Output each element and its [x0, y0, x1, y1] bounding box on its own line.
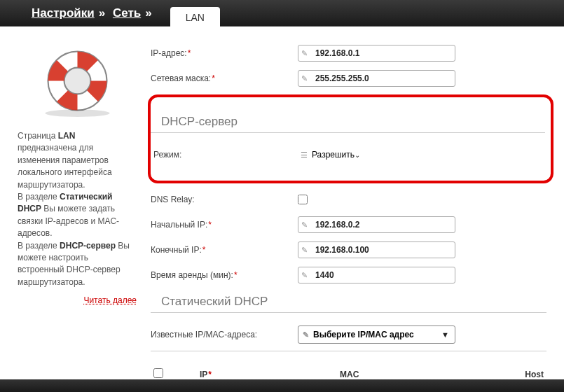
dhcp-highlight: DHCP-сервер Режим: ☰Разрешить ⌄ [148, 94, 553, 183]
lease-label: Время аренды (мин):* [151, 270, 298, 280]
mode-select[interactable]: ☰Разрешить ⌄ [301, 150, 366, 160]
endip-label: Конечный IP:* [151, 245, 298, 255]
list-icon: ☰ [301, 150, 308, 160]
breadcrumb-network[interactable]: Сеть [113, 6, 141, 20]
help-sidebar: Страница LAN предназначена для изменения… [11, 44, 151, 392]
breadcrumb: Настройки» Сеть» [32, 6, 156, 20]
svg-point-2 [45, 109, 109, 117]
triangle-down-icon: ▼ [441, 330, 449, 339]
main-form: IP-адрес:* ✎ Сетевая маска:* ✎ DHCP-серв… [151, 44, 553, 392]
help-text: Страница LAN предназначена для изменения… [18, 130, 137, 288]
ip-label: IP-адрес:* [151, 48, 298, 58]
mask-input[interactable] [298, 70, 455, 87]
endip-input[interactable] [298, 241, 455, 258]
pencil-icon: ✎ [303, 330, 309, 340]
lease-input[interactable] [298, 267, 455, 284]
svg-point-1 [64, 68, 90, 94]
lifesaver-icon [18, 44, 137, 120]
startip-input[interactable] [298, 216, 455, 233]
dhcp-section-title: DHCP-сервер [161, 115, 545, 129]
dnsrelay-label: DNS Relay: [151, 195, 298, 204]
read-more-link[interactable]: Читать далее [83, 295, 137, 305]
select-all-checkbox[interactable] [153, 368, 163, 378]
mask-label: Сетевая маска:* [151, 74, 298, 83]
breadcrumb-settings[interactable]: Настройки [32, 6, 95, 20]
chevron-down-icon: ⌄ [355, 151, 360, 159]
static-dhcp-title: Статический DHCP [161, 295, 546, 309]
known-label: Известные IP/MAC-адреса: [151, 330, 298, 340]
ipmac-select[interactable]: ✎ Выберите IP/MAC адрес ▼ [298, 326, 455, 344]
startip-label: Начальный IP:* [151, 220, 298, 230]
bottom-bar [0, 379, 564, 392]
mode-label: Режим: [153, 150, 301, 160]
dnsrelay-checkbox[interactable] [298, 195, 308, 204]
ip-input[interactable] [298, 45, 455, 62]
top-bar: Настройки» Сеть» LAN [0, 0, 564, 27]
tab-lan[interactable]: LAN [170, 7, 220, 28]
